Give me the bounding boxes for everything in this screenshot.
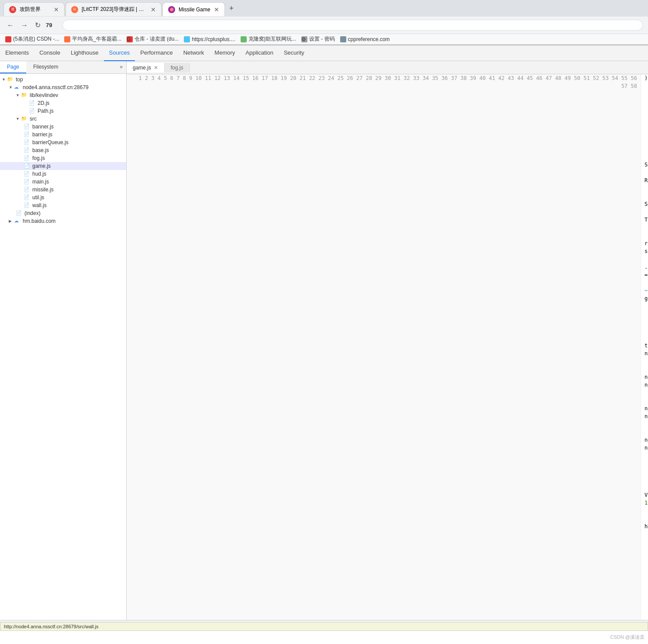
tree-walljs[interactable]: 📄 wall.js xyxy=(0,201,126,209)
tab-lighthouse[interactable]: Lighthouse xyxy=(65,45,104,61)
tree-mainjs[interactable]: 📄 main.js xyxy=(0,178,126,186)
tree-lib-label: lib/kevlindev xyxy=(30,92,58,98)
code-area[interactable]: 1 2 3 4 5 6 7 8 9 10 11 12 13 14 15 16 1… xyxy=(127,74,648,620)
cloud-icon-baidu: ☁ xyxy=(14,218,21,224)
tab-2-icon: N xyxy=(71,6,78,13)
tree-fogjs[interactable]: 📄 fog.js xyxy=(0,154,126,162)
tab-3-close[interactable]: ✕ xyxy=(214,6,219,13)
tab-2-close[interactable]: ✕ xyxy=(151,6,156,13)
bookmark-4-label: 克隆窝|助互联网玩... xyxy=(248,35,296,43)
tree-libkevlindev[interactable]: ▼ 📁 lib/kevlindev xyxy=(0,91,126,99)
tree-fogjs-label: fog.js xyxy=(32,155,45,161)
url-input[interactable] xyxy=(62,20,643,31)
tree-bannerjs[interactable]: 📄 banner.js xyxy=(0,123,126,131)
tree-baidu-label: hm.baidu.com xyxy=(23,218,55,224)
editor-tab-fogjs[interactable]: fog.js xyxy=(165,63,190,73)
ft-tab-page[interactable]: Page xyxy=(0,61,26,73)
editor-tab-gamejs-close[interactable]: ✕ xyxy=(154,65,158,71)
tab-console[interactable]: Console xyxy=(34,45,65,61)
file-icon-missile: 📄 xyxy=(24,187,31,193)
ft-more-button[interactable]: » xyxy=(116,61,126,73)
ft-tab-filesystem[interactable]: Filesystem xyxy=(26,61,65,73)
bookmark-2[interactable]: G 仓库 - 读卖渡 (du... xyxy=(127,35,179,43)
code-content[interactable]: ) { wait_start', starting', running', fi… xyxy=(641,74,648,620)
bookmark-1-label: 平均身高_牛客题霸... xyxy=(72,35,121,43)
tab-elements[interactable]: Elements xyxy=(0,45,34,61)
tree-top-arrow: ▼ xyxy=(2,77,7,82)
url-number: 79 xyxy=(46,22,59,28)
tree-index[interactable]: 📄 (index) xyxy=(0,209,126,217)
file-icon-util: 📄 xyxy=(24,194,31,201)
tab-network[interactable]: Network xyxy=(178,45,210,61)
tab-application[interactable]: Application xyxy=(240,45,279,61)
bookmark-1-icon xyxy=(64,36,70,42)
tree-src-arrow: ▼ xyxy=(16,117,21,121)
tree-utiljs[interactable]: 📄 util.js xyxy=(0,194,126,201)
tree-hmbaiducom[interactable]: ▶ ☁ hm.baidu.com xyxy=(0,217,126,225)
tab-memory[interactable]: Memory xyxy=(209,45,240,61)
tree-index-label: (index) xyxy=(24,210,41,216)
tree-2djs[interactable]: 📄 2D.js xyxy=(0,99,126,107)
tree-barrierqueuejs[interactable]: 📄 barrierQueue.js xyxy=(0,138,126,146)
line-numbers: 1 2 3 4 5 6 7 8 9 10 11 12 13 14 15 16 1… xyxy=(127,74,641,620)
tree-node4-label: node4.anna.nssctf.cn:28679 xyxy=(23,84,89,90)
bookmark-5-label: 设置 - 密码 xyxy=(309,35,335,43)
tree-walljs-label: wall.js xyxy=(32,202,47,208)
tree-top[interactable]: ▼ 📁 top xyxy=(0,76,126,83)
bookmark-4[interactable]: 克隆窝|助互联网玩... xyxy=(241,35,296,43)
tree-barrierjs-label: barrier.js xyxy=(32,132,52,138)
file-icon-barrier: 📄 xyxy=(24,132,31,138)
tab-1[interactable]: 攻 攻防世界 ✕ xyxy=(3,2,65,16)
file-icon-game: 📄 xyxy=(24,163,31,169)
tab-security[interactable]: Security xyxy=(279,45,310,61)
tab-3[interactable]: 🎯 Missile Game ✕ xyxy=(162,2,225,16)
tab-sources[interactable]: Sources xyxy=(104,45,135,61)
file-icon-banner: 📄 xyxy=(24,124,31,130)
bookmark-0[interactable]: (5条消息) CSDN -... xyxy=(5,35,59,43)
tree-missilejs[interactable]: 📄 missile.js xyxy=(0,186,126,194)
tree-baidu-arrow: ▶ xyxy=(9,219,14,223)
bookmark-1[interactable]: 平均身高_牛客题霸... xyxy=(64,35,121,43)
bookmark-6[interactable]: cppreference.com xyxy=(340,36,390,42)
reload-button[interactable]: ↻ xyxy=(33,19,42,31)
file-icon-hud: 📄 xyxy=(24,171,31,177)
bookmark-5[interactable]: ⚙ 设置 - 密码 xyxy=(301,35,335,43)
tree-basejs[interactable]: 📄 base.js xyxy=(0,146,126,154)
forward-button[interactable]: → xyxy=(19,20,30,31)
tree-src[interactable]: ▼ 📁 src xyxy=(0,115,126,123)
sources-panel: Page Filesystem » ▼ 📁 top ▼ ☁ node4.anna… xyxy=(0,61,648,620)
devtools: Elements Console Lighthouse Sources Perf… xyxy=(0,45,648,630)
tree-gamejs[interactable]: 📄 game.js xyxy=(0,162,126,170)
bookmark-3[interactable]: https://cplusplus.... xyxy=(184,36,235,42)
bookmark-2-label: 仓库 - 读卖渡 (du... xyxy=(134,35,179,43)
folder-icon-src: 📁 xyxy=(21,116,28,122)
tab-performance[interactable]: Performance xyxy=(135,45,178,61)
bookmark-0-icon xyxy=(5,36,11,42)
tab-1-close[interactable]: ✕ xyxy=(54,6,59,13)
tree-pathjs[interactable]: 📄 Path.js xyxy=(0,107,126,115)
tree-hudjs[interactable]: 📄 hud.js xyxy=(0,170,126,178)
editor-tab-gamejs[interactable]: game.js ✕ xyxy=(127,63,165,73)
file-tree: Page Filesystem » ▼ 📁 top ▼ ☁ node4.anna… xyxy=(0,61,127,620)
file-icon-2djs: 📄 xyxy=(29,100,36,106)
bookmark-4-icon xyxy=(241,36,247,42)
bookmark-2-icon: G xyxy=(127,36,133,42)
tab-2[interactable]: N [LitCTF 2023]导弹迷踪 | NSSCTF ✕ xyxy=(65,2,162,16)
bookmark-6-label: cppreference.com xyxy=(348,36,390,42)
tree-gamejs-label: game.js xyxy=(32,163,51,169)
editor-tabs: game.js ✕ fog.js xyxy=(127,61,648,74)
back-button[interactable]: ← xyxy=(5,20,16,31)
tree-2djs-label: 2D.js xyxy=(38,100,49,106)
tree-node4[interactable]: ▼ ☁ node4.anna.nssctf.cn:28679 xyxy=(0,83,126,91)
browser-tabs: 攻 攻防世界 ✕ N [LitCTF 2023]导弹迷踪 | NSSCTF ✕ … xyxy=(0,0,648,17)
tree-bannerjs-label: banner.js xyxy=(32,124,54,130)
file-icon-index: 📄 xyxy=(16,210,23,216)
tab-1-icon: 攻 xyxy=(9,6,16,13)
tab-1-title: 攻防世界 xyxy=(20,6,50,13)
new-tab-button[interactable]: + xyxy=(226,2,238,15)
tree-src-label: src xyxy=(30,116,37,122)
bookmark-6-icon xyxy=(340,36,346,42)
bookmark-5-icon: ⚙ xyxy=(301,36,307,42)
tree-barrierjs[interactable]: 📄 barrier.js xyxy=(0,131,126,138)
editor-tab-fogjs-label: fog.js xyxy=(171,65,183,71)
